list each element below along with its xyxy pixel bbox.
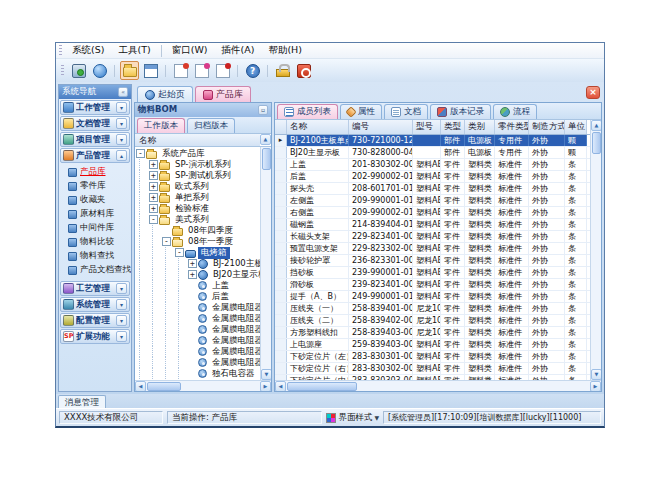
table-row[interactable]: 下砂定位片（左）283-830301-00X塑料ABS零件塑料类标准件外协条 (275, 351, 590, 363)
tree-vertical-scrollbar[interactable]: ▼ (260, 147, 271, 380)
member-tab-属性[interactable]: 属性 (340, 104, 382, 119)
menu-item-4[interactable]: 帮助(H) (261, 43, 309, 58)
table-row[interactable]: 方形塑料线扣258-839403-00X尼龙1010零件塑料类标准件外协条 (275, 327, 590, 339)
tree-item[interactable]: +单把系列 (135, 192, 260, 203)
tree-item[interactable]: 上盖 (135, 280, 260, 291)
expand-icon[interactable]: + (149, 160, 158, 169)
chevron-down-icon[interactable]: ▾ (116, 315, 127, 326)
tree-item[interactable]: 08年四季度 (135, 225, 260, 236)
tree-item[interactable]: -系统产品库 (135, 148, 260, 159)
table-scroll-up-icon[interactable]: ▲ (591, 120, 602, 131)
table-row[interactable]: 磁钢盖214-839404-01X塑料ABS零件塑料类标准件外协条 (275, 219, 590, 231)
ui-style-selector[interactable]: 界面样式 ▼ (326, 412, 379, 424)
menu-item-3[interactable]: 插件(A) (214, 43, 261, 58)
sidebar-item-1[interactable]: 零件库 (59, 179, 131, 193)
table-row[interactable]: 挡砂板239-990001-01X塑料ABS零件塑料类标准件外协条 (275, 267, 590, 279)
chevron-down-icon[interactable]: ▾ (116, 331, 127, 342)
table-row[interactable]: 提手（A、B）249-990001-01X塑料ABS零件塑料类标准件外协条 (275, 291, 590, 303)
lock-button[interactable] (273, 61, 292, 80)
collapse-icon[interactable]: - (136, 149, 145, 158)
bom-tab-工作版本[interactable]: 工作版本 (137, 118, 185, 133)
column-header-类型[interactable]: 类型 (441, 120, 465, 134)
exit-button[interactable] (294, 61, 313, 80)
table-row[interactable]: ▸BJ-2100主板单点730-721000-12X部件电源板专用件外协颗 (275, 135, 590, 147)
tree-item[interactable]: 金属膜电阻器 (135, 302, 260, 313)
column-header-类别[interactable]: 类别 (465, 120, 495, 134)
tree-item[interactable]: +BJ-2100主板单点 (135, 258, 260, 269)
chevron-down-icon[interactable]: ▾ (116, 299, 127, 310)
table-row[interactable]: 探头壳208-601701-01X塑料ABS零件塑料类标准件外协条 (275, 183, 590, 195)
tree-scroll-up-icon[interactable]: ▲ (260, 134, 271, 145)
tree-item[interactable]: 金属膜电阻器 (135, 357, 260, 368)
expand-icon[interactable]: + (188, 270, 197, 279)
collapse-icon[interactable]: - (162, 237, 171, 246)
tree-horizontal-scrollbar[interactable]: ◀ ▶ (135, 380, 271, 391)
report-edit-button[interactable] (192, 61, 211, 80)
member-tab-版本记录[interactable]: 版本记录 (430, 104, 491, 119)
tree-item[interactable]: 独石电容器 (135, 368, 260, 379)
expand-icon[interactable]: + (188, 259, 197, 268)
table-row[interactable]: 下砂定位片（右）283-830302-00X塑料ABS零件塑料类标准件外协条 (275, 363, 590, 375)
expand-icon[interactable]: + (149, 171, 158, 180)
table-scroll-left-icon[interactable]: ◀ (275, 381, 286, 392)
table-row[interactable]: 左侧盖209-990001-01X塑料ABS零件塑料类标准件外协条 (275, 195, 590, 207)
tab-起始页[interactable]: 起始页 (137, 86, 193, 102)
menu-item-0[interactable]: 系统(S) (65, 43, 111, 58)
sidebar-item-3[interactable]: 原材料库 (59, 207, 131, 221)
report-close-button[interactable] (213, 61, 232, 80)
expand-icon[interactable]: + (149, 182, 158, 191)
table-hscroll-thumb[interactable] (287, 382, 357, 391)
sidebar-group-1[interactable]: 文档管理▾ (60, 116, 130, 131)
tree-item[interactable]: 后盖 (135, 291, 260, 302)
table-row[interactable]: 压线夹（二）258-839402-00X尼龙1010零件塑料类标准件外协条 (275, 315, 590, 327)
collapse-icon[interactable]: - (175, 248, 184, 257)
expand-icon[interactable]: + (149, 193, 158, 202)
system-button[interactable] (69, 61, 88, 80)
table-row[interactable]: 滑砂板239-823401-00X塑料ABS零件塑料类标准件外协条 (275, 279, 590, 291)
tree-vscroll-thumb[interactable] (262, 148, 271, 170)
message-manager-tab[interactable]: 消息管理 (58, 395, 106, 408)
sidebar-group-6[interactable]: 配置管理▾ (60, 313, 130, 328)
chevron-down-icon[interactable]: ▾ (116, 118, 127, 129)
web-button[interactable] (90, 61, 109, 80)
tree-item[interactable]: 金属膜电阻器 (135, 324, 260, 335)
column-header-制造方式[interactable]: 制造方式 (529, 120, 565, 134)
table-row[interactable]: 右侧盖209-990002-01X塑料ABS零件塑料类标准件外协条 (275, 207, 590, 219)
tree-scroll-down-icon[interactable]: ▼ (261, 369, 272, 380)
column-header-零件类型[interactable]: 零件类型 (495, 120, 529, 134)
tree-item[interactable]: +SP-演示机系列 (135, 159, 260, 170)
table-scroll-right-icon[interactable]: ▶ (590, 381, 601, 392)
table-row[interactable]: BJ20主显示板730-828000-04X部件电源板专用件外协颗 (275, 147, 590, 159)
help-button[interactable] (243, 61, 262, 80)
table-row[interactable]: 预置电源支架229-823302-00X塑料ABS零件塑料类标准件外协条 (275, 243, 590, 255)
tree-item[interactable]: 金属膜电阻器 (135, 346, 260, 357)
table-vscroll-thumb[interactable] (592, 132, 601, 154)
table-row[interactable]: 压线夹（一）258-839401-00X尼龙1010零件塑料类标准件外协条 (275, 303, 590, 315)
tree-item[interactable]: 金属膜电阻器 (135, 335, 260, 346)
sidebar-group-5[interactable]: 系统管理▾ (60, 297, 130, 312)
folder-button[interactable] (120, 61, 139, 80)
sidebar-item-7[interactable]: 产品文档查找 (59, 263, 131, 277)
close-tab-button[interactable]: × (586, 86, 600, 99)
menu-item-2[interactable]: 窗口(W) (165, 43, 215, 58)
tree-hscroll-thumb[interactable] (147, 382, 181, 391)
tree-item[interactable]: 金属膜电阻器 (135, 313, 260, 324)
table-horizontal-scrollbar[interactable]: ◀ ▶ (275, 380, 601, 391)
table-row[interactable]: 上电源座259-839403-00X塑料ABS零件塑料类标准件外协条 (275, 339, 590, 351)
sidebar-group-2[interactable]: 项目管理▾ (60, 132, 130, 147)
member-tab-文档[interactable]: 文档 (384, 104, 428, 119)
tab-产品库[interactable]: 产品库 (195, 86, 251, 102)
report-new-button[interactable] (171, 61, 190, 80)
table-row[interactable]: 接砂轮护罩236-823301-00X塑料ABS零件塑料类标准件外协条 (275, 255, 590, 267)
bom-tab-归档版本[interactable]: 归档版本 (187, 118, 235, 133)
tree-item[interactable]: -08年一季度 (135, 236, 260, 247)
menu-item-1[interactable]: 工具(T) (111, 43, 157, 58)
sidebar-item-6[interactable]: 物料查找 (59, 249, 131, 263)
table-scroll-down-icon[interactable]: ▼ (591, 369, 602, 380)
tree-item[interactable]: +欧式系列 (135, 181, 260, 192)
table-row[interactable]: 后盖202-990002-01X塑料ABS零件塑料类标准件外协条 (275, 171, 590, 183)
tree-scroll-left-icon[interactable]: ◀ (135, 381, 146, 392)
sidebar-collapse-button[interactable]: « (118, 87, 128, 97)
table-row[interactable]: 上盖201-830302-00X塑料ABS零件塑料类标准件外协条 (275, 159, 590, 171)
tree-item[interactable]: +SP-测试机系列 (135, 170, 260, 181)
